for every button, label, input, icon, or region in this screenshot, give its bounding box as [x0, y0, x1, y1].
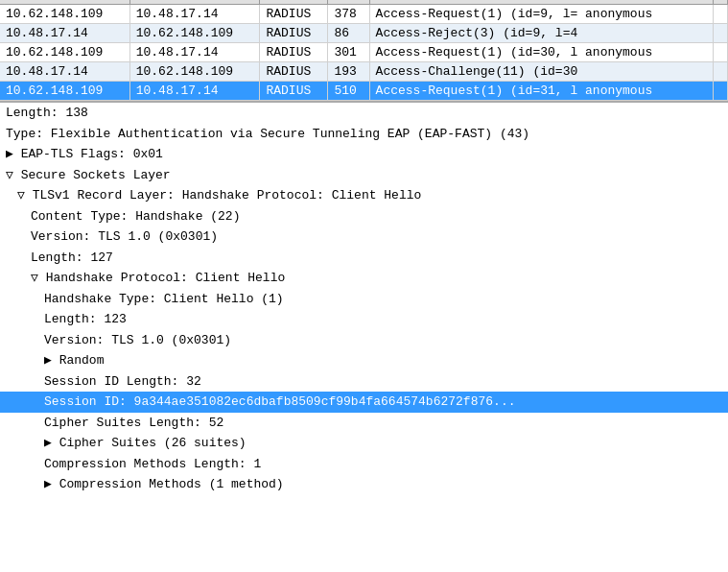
- cell-protocol: RADIUS: [260, 62, 328, 82]
- detail-line: Content Type: Handshake (22): [0, 206, 728, 227]
- cell-username: [713, 5, 727, 24]
- detail-line: Version: TLS 1.0 (0x0301): [0, 330, 728, 351]
- packet-detail-panel: Length: 138Type: Flexible Authentication…: [0, 101, 728, 495]
- cell-length: 86: [328, 24, 369, 43]
- cell-source: 10.48.17.14: [0, 24, 129, 43]
- detail-line: Handshake Type: Client Hello (1): [0, 289, 728, 310]
- detail-line[interactable]: ▽ Handshake Protocol: Client Hello: [0, 268, 728, 289]
- cell-username: [713, 62, 727, 82]
- cell-length: 301: [328, 43, 369, 62]
- detail-line: Type: Flexible Authentication via Secure…: [0, 124, 728, 145]
- cell-username: [713, 82, 727, 101]
- detail-line: Session ID Length: 32: [0, 371, 728, 393]
- detail-line: Compression Methods Length: 1: [0, 454, 728, 475]
- detail-line: Cipher Suites Length: 52: [0, 413, 728, 434]
- detail-line[interactable]: ▶ EAP-TLS Flags: 0x01: [0, 144, 728, 165]
- detail-line[interactable]: ▶ Compression Methods (1 method): [0, 474, 728, 495]
- detail-line[interactable]: ▶ Cipher Suites (26 suites): [0, 433, 728, 454]
- cell-source: 10.62.148.109: [0, 5, 129, 24]
- cell-source: 10.62.148.109: [0, 43, 129, 62]
- detail-line[interactable]: ▽ Secure Sockets Layer: [0, 165, 728, 186]
- detail-line: Length: 123: [0, 309, 728, 330]
- cell-username: [713, 43, 727, 62]
- table-row[interactable]: 10.62.148.10910.48.17.14RADIUS510Access-…: [0, 82, 728, 101]
- cell-info: Access-Request(1) (id=9, l= anonymous: [369, 5, 713, 24]
- table-row[interactable]: 10.62.148.10910.48.17.14RADIUS378Access-…: [0, 5, 728, 24]
- cell-destination: 10.48.17.14: [129, 43, 260, 62]
- detail-line: Version: TLS 1.0 (0x0301): [0, 226, 728, 248]
- table-row[interactable]: 10.62.148.10910.48.17.14RADIUS301Access-…: [0, 43, 728, 62]
- cell-length: 193: [328, 62, 369, 82]
- packet-list-table: 10.62.148.10910.48.17.14RADIUS378Access-…: [0, 0, 728, 101]
- cell-length: 378: [328, 5, 369, 24]
- detail-line: Length: 138: [0, 103, 728, 124]
- cell-protocol: RADIUS: [260, 82, 328, 101]
- cell-info: Access-Request(1) (id=31, l anonymous: [369, 82, 713, 101]
- cell-source: 10.48.17.14: [0, 62, 129, 82]
- cell-username: [713, 24, 727, 43]
- cell-source: 10.62.148.109: [0, 82, 129, 101]
- table-row[interactable]: 10.48.17.1410.62.148.109RADIUS193Access-…: [0, 62, 728, 82]
- cell-destination: 10.62.148.109: [129, 62, 260, 82]
- detail-line: Session ID: 9a344ae351082ec6dbafb8509cf9…: [0, 392, 728, 413]
- cell-info: Access-Request(1) (id=30, l anonymous: [369, 43, 713, 62]
- table-row[interactable]: 10.48.17.1410.62.148.109RADIUS86Access-R…: [0, 24, 728, 43]
- detail-line[interactable]: ▽ TLSv1 Record Layer: Handshake Protocol…: [0, 185, 728, 206]
- detail-line[interactable]: ▶ Random: [0, 350, 728, 371]
- cell-info: Access-Reject(3) (id=9, l=4: [369, 24, 713, 43]
- cell-length: 510: [328, 82, 369, 101]
- cell-destination: 10.48.17.14: [129, 82, 260, 101]
- cell-protocol: RADIUS: [260, 5, 328, 24]
- cell-protocol: RADIUS: [260, 43, 328, 62]
- cell-info: Access-Challenge(11) (id=30: [369, 62, 713, 82]
- detail-line: Length: 127: [0, 248, 728, 269]
- cell-destination: 10.48.17.14: [129, 5, 260, 24]
- cell-destination: 10.62.148.109: [129, 24, 260, 43]
- cell-protocol: RADIUS: [260, 24, 328, 43]
